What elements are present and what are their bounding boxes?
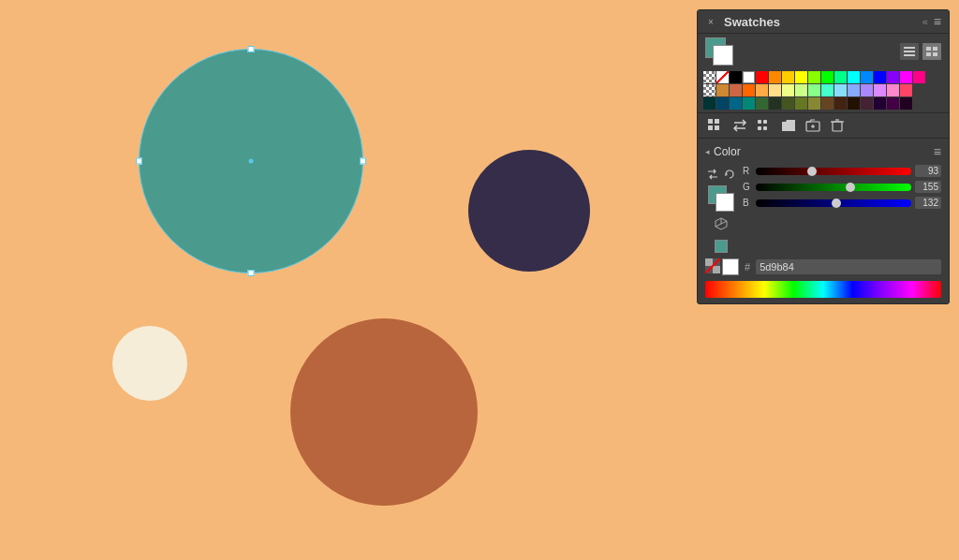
swatch-cell[interactable] [861,84,873,96]
swatch-cell[interactable] [874,97,886,110]
swatch-none-stroke[interactable] [716,71,729,83]
svg-rect-18 [833,122,842,131]
g-slider-track[interactable] [756,184,911,191]
panel-header: × Swatches « ≡ [698,10,949,34]
panel-close-button[interactable]: × [705,16,716,27]
swap-colors-button[interactable] [705,167,720,182]
color-swatch-pair[interactable] [708,185,734,212]
swatch-cell[interactable] [769,71,781,83]
swatch-cell[interactable] [874,71,886,83]
reset-colors-button[interactable] [722,167,737,182]
swatch-cell[interactable] [913,71,925,83]
color-editor: R 93 G 155 [705,165,941,255]
handle-left[interactable] [136,158,142,165]
color-panel-menu-button[interactable]: ≡ [934,144,941,159]
folder-icon[interactable] [778,117,799,134]
swatch-cell[interactable] [716,97,729,110]
swatches-panel-title: Swatches [724,15,780,29]
cube-icon[interactable] [713,215,730,232]
background-color-swatch[interactable] [716,193,734,212]
swatch-cell[interactable] [900,84,912,96]
list-view-button[interactable] [900,43,919,60]
swatch-cell[interactable] [756,84,768,96]
hex-checker-swatch[interactable] [705,258,720,273]
spectrum-bar[interactable] [705,281,941,298]
swatch-cell[interactable] [756,71,768,83]
handle-top[interactable] [248,46,255,52]
swatch-cell[interactable] [795,71,807,83]
library-icon[interactable] [705,117,726,134]
swatch-cell[interactable] [834,97,847,110]
handle-bottom[interactable] [248,270,255,276]
swatch-cell[interactable] [821,84,834,96]
g-label: G [743,182,752,192]
b-slider-track[interactable] [756,199,911,207]
swap-reset-icons [705,167,737,182]
swatch-cell[interactable] [756,97,768,110]
brown-circle[interactable] [290,318,478,506]
swatch-cell[interactable] [887,71,899,83]
panel-menu-button[interactable]: ≡ [934,14,941,29]
hex-input[interactable] [756,259,941,274]
g-value[interactable]: 155 [915,181,941,193]
swatch-cell[interactable] [808,97,820,110]
r-slider-track[interactable] [756,168,911,175]
swatch-cell[interactable] [782,71,794,83]
swatch-cell[interactable] [730,97,742,110]
purple-circle[interactable] [468,150,590,272]
swatch-preview-box[interactable] [705,37,733,66]
swatch-cell[interactable] [716,84,729,96]
swatch-none-fill[interactable] [703,71,716,83]
swatch-cell[interactable] [861,71,873,83]
color-box-icon[interactable] [713,238,730,255]
grid-view-button[interactable] [922,43,941,60]
swatch-cell[interactable] [821,97,834,110]
swatch-cell[interactable] [834,84,847,96]
swatch-cell[interactable] [808,71,820,83]
g-slider-thumb[interactable] [846,183,855,192]
swatch-cell[interactable] [782,97,794,110]
swatch-cell[interactable] [743,71,755,83]
swatch-cell[interactable] [821,71,834,83]
swatch-cell[interactable] [730,71,742,83]
svg-rect-9 [708,125,713,130]
swatch-cell[interactable] [730,84,742,96]
color-small-swatches [705,258,739,275]
color-collapse-icon[interactable]: ◂ [705,147,710,156]
swatch-background[interactable] [713,45,733,66]
swatch-cell[interactable] [848,84,860,96]
swatch-none-fill2[interactable] [703,84,716,96]
swatch-cell[interactable] [795,84,807,96]
swatch-cell[interactable] [782,84,794,96]
swatch-cell[interactable] [887,97,899,110]
teal-circle[interactable] [139,49,363,273]
swatch-cell[interactable] [848,97,860,110]
white-swatch-small[interactable] [722,258,739,275]
cream-circle[interactable] [112,326,187,401]
handle-right[interactable] [360,158,366,165]
delete-icon[interactable] [827,117,848,134]
swatch-cell[interactable] [769,84,781,96]
swap-icon[interactable] [730,117,750,134]
swatch-cell[interactable] [743,97,755,110]
swatch-cell[interactable] [769,97,781,110]
b-value[interactable]: 132 [915,197,941,209]
r-value[interactable]: 93 [915,165,941,177]
swatch-cell[interactable] [848,71,860,83]
swatch-cell[interactable] [900,71,912,83]
swatch-cell[interactable] [795,97,807,110]
r-slider-thumb[interactable] [807,167,817,176]
swatch-cell[interactable] [808,84,820,96]
swatch-cell[interactable] [743,84,755,96]
swatch-cell[interactable] [703,97,716,110]
new-folder-icon[interactable] [803,117,823,134]
svg-rect-8 [715,119,719,124]
swatch-cell[interactable] [874,84,886,96]
swatch-cell[interactable] [861,97,873,110]
swatch-cell[interactable] [887,84,899,96]
grid-small-icon[interactable] [754,117,775,134]
swatch-cell[interactable] [900,97,912,110]
swatch-cell[interactable] [834,71,847,83]
b-slider-thumb[interactable] [832,199,841,208]
collapse-double-arrow-icon[interactable]: « [922,16,928,27]
